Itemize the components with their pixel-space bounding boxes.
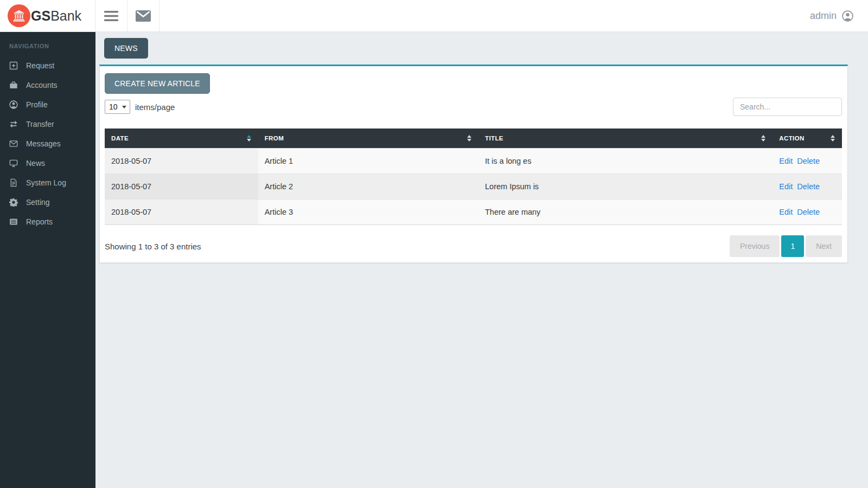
cell-date: 2018-05-07	[105, 149, 258, 174]
sidebar-item-reports[interactable]: Reports	[0, 212, 95, 232]
brand-name-bold: GS	[31, 8, 50, 23]
sidebar-item-setting[interactable]: Setting	[0, 192, 95, 212]
sidebar-item-label: Messages	[26, 139, 61, 148]
news-panel: CREATE NEW ARTICLE 10 items/page DATE	[99, 65, 848, 263]
sort-icon	[467, 135, 471, 142]
sidebar-item-messages[interactable]: Messages	[0, 134, 95, 153]
cell-from: Article 1	[258, 149, 478, 174]
cell-action: Edit Delete	[773, 200, 842, 225]
entries-info: Showing 1 to 3 of 3 entries	[105, 242, 201, 251]
news-table: DATE FROM TITLE ACTION	[105, 129, 842, 225]
sidebar-item-label: Setting	[26, 198, 50, 207]
table-controls: 10 items/page	[105, 98, 842, 116]
sidebar-item-request[interactable]: Request	[0, 56, 95, 75]
bank-icon	[12, 9, 25, 22]
table-header-row: DATE FROM TITLE ACTION	[105, 129, 842, 149]
main-content: NEWS CREATE NEW ARTICLE 10 items/page	[95, 32, 868, 488]
plus-square-icon	[9, 61, 18, 70]
sidebar-item-accounts[interactable]: Accounts	[0, 75, 95, 95]
column-header-label: TITLE	[485, 135, 503, 142]
sidebar-item-label: Transfer	[26, 120, 54, 129]
envelope-icon	[9, 139, 18, 148]
next-page-button[interactable]: Next	[806, 235, 842, 257]
edit-link[interactable]: Edit	[779, 182, 793, 191]
cell-title: There are many	[478, 200, 773, 225]
table-footer: Showing 1 to 3 of 3 entries Previous 1 N…	[105, 235, 842, 258]
menu-icon	[104, 11, 118, 21]
edit-link[interactable]: Edit	[779, 208, 793, 216]
brand-name-rest: Bank	[50, 8, 81, 23]
cell-from: Article 2	[258, 174, 478, 200]
list-icon	[9, 217, 18, 226]
sidebar-toggle-button[interactable]	[95, 0, 127, 31]
sidebar-item-label: Reports	[26, 217, 53, 226]
pagination: Previous 1 Next	[728, 235, 842, 257]
column-header-label: DATE	[111, 135, 129, 142]
user-menu[interactable]: admin	[810, 0, 868, 31]
sidebar-item-profile[interactable]: Profile	[0, 95, 95, 114]
bank-logo	[8, 4, 30, 27]
previous-page-button[interactable]: Previous	[730, 235, 780, 257]
edit-link[interactable]: Edit	[779, 157, 793, 165]
transfer-arrows-icon	[9, 120, 18, 129]
delete-link[interactable]: Delete	[797, 157, 820, 165]
sidebar-item-label: System Log	[26, 178, 66, 187]
page-1-button[interactable]: 1	[781, 235, 804, 257]
sort-icon	[761, 135, 765, 142]
table-row: 2018-05-07 Article 2 Lorem Ipsum is Edit…	[105, 174, 842, 200]
table-row: 2018-05-07 Article 1 It is a long es Edi…	[105, 149, 842, 174]
items-per-page-control: 10 items/page	[105, 100, 175, 114]
sort-icon	[247, 135, 251, 142]
user-circle-icon	[842, 10, 853, 22]
cell-date: 2018-05-07	[105, 200, 258, 225]
tab-news[interactable]: NEWS	[104, 38, 148, 59]
sort-icon	[831, 135, 835, 142]
items-per-page-label: items/page	[135, 102, 175, 112]
topbar: GSBank admin	[0, 0, 868, 32]
items-per-page-select-wrap: 10	[105, 100, 130, 114]
cell-from: Article 3	[258, 200, 478, 225]
brand-name: GSBank	[31, 8, 81, 24]
search-input[interactable]	[733, 98, 842, 116]
items-per-page-select[interactable]: 10	[105, 100, 130, 114]
sidebar-item-label: Accounts	[26, 81, 58, 89]
sidebar-item-transfer[interactable]: Transfer	[0, 114, 95, 134]
cell-action: Edit Delete	[773, 149, 842, 174]
cell-date: 2018-05-07	[105, 174, 258, 200]
user-circle-icon	[9, 100, 18, 109]
cell-title: It is a long es	[478, 149, 773, 174]
column-header-title[interactable]: TITLE	[478, 129, 773, 149]
delete-link[interactable]: Delete	[797, 208, 820, 216]
sidebar-item-label: Request	[26, 61, 54, 70]
document-icon	[9, 178, 18, 187]
sidebar-heading: NAVIGATION	[0, 32, 95, 56]
brand[interactable]: GSBank	[0, 0, 95, 31]
sidebar: NAVIGATION Request Accounts Profile	[0, 32, 95, 488]
cell-title: Lorem Ipsum is	[478, 174, 773, 200]
sidebar-item-label: News	[26, 159, 45, 168]
messages-button[interactable]	[127, 0, 159, 31]
cell-action: Edit Delete	[773, 174, 842, 200]
column-header-label: FROM	[265, 135, 284, 142]
gear-icon	[9, 198, 18, 207]
column-header-from[interactable]: FROM	[258, 129, 478, 149]
table-row: 2018-05-07 Article 3 There are many Edit…	[105, 200, 842, 225]
create-article-button[interactable]: CREATE NEW ARTICLE	[105, 73, 210, 94]
sidebar-item-system-log[interactable]: System Log	[0, 173, 95, 192]
column-header-date[interactable]: DATE	[105, 129, 258, 149]
username: admin	[810, 10, 837, 22]
monitor-icon	[9, 159, 18, 168]
column-header-action[interactable]: ACTION	[773, 129, 842, 149]
delete-link[interactable]: Delete	[797, 182, 820, 191]
mail-icon	[136, 10, 151, 22]
column-header-label: ACTION	[779, 135, 804, 142]
sidebar-item-label: Profile	[26, 100, 48, 109]
briefcase-icon	[9, 81, 18, 89]
sidebar-item-news[interactable]: News	[0, 153, 95, 173]
